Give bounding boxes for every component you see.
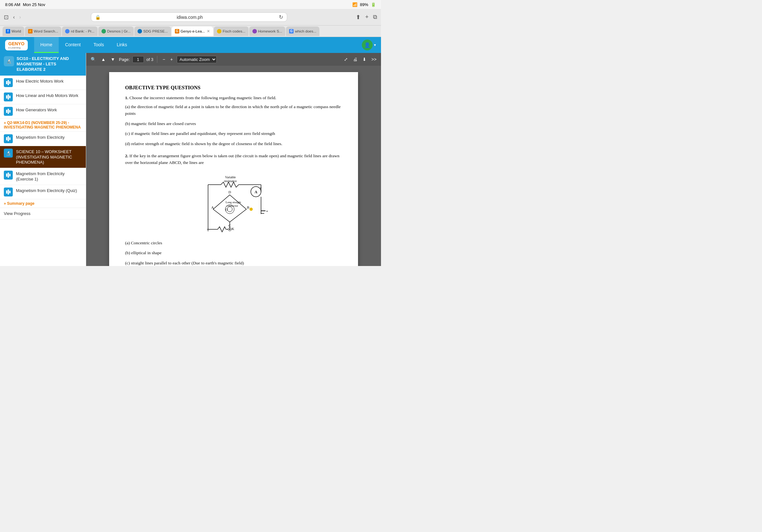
svg-point-20 <box>227 207 232 212</box>
pdf-toolbar: 🔍 ▲ ▼ Page: of 3 − + Automatic Zoom 50% … <box>86 53 381 66</box>
svg-text:Variable: Variable <box>225 175 236 179</box>
nav-home[interactable]: Home <box>34 37 59 53</box>
tab-sdg[interactable]: SDG PRESE... <box>134 27 171 36</box>
svg-text:D: D <box>228 190 231 194</box>
pdf-page-input[interactable] <box>132 56 144 63</box>
tab-icon-which: G <box>289 29 294 33</box>
tab-world[interactable]: f World <box>3 27 24 36</box>
new-tab-button[interactable]: + <box>365 14 369 21</box>
user-avatar[interactable]: 👤 <box>362 39 373 50</box>
tab-which[interactable]: G which does... <box>286 27 319 36</box>
nav-links[interactable]: Links <box>111 37 134 53</box>
sidebar-item-view-progress[interactable]: View Progress <box>0 208 86 220</box>
pdf-fullscreen-button[interactable]: ⤢ <box>343 56 349 62</box>
section-summary-header[interactable]: » Summary page <box>0 199 86 208</box>
item-icon-magnetism-quiz <box>4 187 13 196</box>
pdf-content[interactable]: OBJECTIVE TYPE QUESTIONS 1. Choose the i… <box>86 66 381 266</box>
section-investigating-header[interactable]: » Q2-WK14-D1 (NOVEMBER 25-29) - INVESTIG… <box>0 119 86 132</box>
circuit-diagram: Variable resistance A + <box>125 172 342 233</box>
main-nav: Home Content Tools Links <box>34 37 134 53</box>
item-label-view-progress: View Progress <box>4 211 31 217</box>
item-icon-electric-motors <box>4 78 13 87</box>
pdf-q2-a: (a) Concentric circles <box>125 239 342 246</box>
pdf-more-button[interactable]: >> <box>370 56 378 62</box>
item-label-magnetism-exercise: Magnetism from Electricity (Exercise 1) <box>16 170 82 182</box>
item-label-worksheet: SCIENCE 10 – WORKSHEET (INVESTIGATING MA… <box>16 149 82 166</box>
module-title: 🔬 SCI10 - ELECTRICITY AND MAGNETISM - LE… <box>4 56 82 72</box>
nav-tools[interactable]: Tools <box>87 37 111 53</box>
tab-genyo[interactable]: G Genyo e-Lea... ✕ <box>172 27 213 36</box>
pdf-search-button[interactable]: 🔍 <box>89 56 97 62</box>
tab-rdbank[interactable]: rd Bank: - Pr... <box>62 27 98 36</box>
pdf-next-result-button[interactable]: ▼ <box>110 56 116 62</box>
pdf-zoom-out-button[interactable]: − <box>161 56 166 62</box>
reload-button[interactable]: ↻ <box>279 14 283 20</box>
svg-text:resistance: resistance <box>224 179 237 183</box>
item-icon-worksheet: 🔬 <box>4 149 13 158</box>
nav-content[interactable]: Content <box>59 37 87 53</box>
pdf-area: 🔍 ▲ ▼ Page: of 3 − + Automatic Zoom 50% … <box>86 53 381 266</box>
pdf-q2-b: (b) elliptical in shape <box>125 249 342 256</box>
share-button[interactable]: ⬆ <box>356 14 360 21</box>
url-text: idiwa.com.ph <box>103 15 276 20</box>
address-bar[interactable]: 🔒 idiwa.com.ph ↻ <box>91 13 287 22</box>
pdf-right-tools: ⤢ 🖨 ⬇ >> <box>343 56 378 62</box>
tab-bar: f World ⚡ Word Search... rd Bank: - Pr..… <box>0 26 381 37</box>
pdf-q1-a: (a) the direction of magnetic field at a… <box>125 103 342 117</box>
main-layout: 🔬 SCI10 - ELECTRICITY AND MAGNETISM - LE… <box>0 53 381 266</box>
svg-text:A: A <box>255 190 258 194</box>
sidebar-item-linear-motors[interactable]: How Linear and Hub Motors Work <box>0 90 86 104</box>
sidebar-item-electric-motors[interactable]: How Electric Motors Work <box>0 76 86 90</box>
forward-button[interactable]: › <box>18 14 22 21</box>
tab-icon-desmos <box>102 29 106 33</box>
back-button[interactable]: ‹ <box>12 14 16 21</box>
sidebar: 🔬 SCI10 - ELECTRICITY AND MAGNETISM - LE… <box>0 53 86 266</box>
tab-close-genyo[interactable]: ✕ <box>207 29 210 33</box>
sidebar-module-header: 🔬 SCI10 - ELECTRICITY AND MAGNETISM - LE… <box>0 53 86 76</box>
browser-actions: ⬆ + ⧉ <box>356 14 377 21</box>
tab-icon-wordsearch: ⚡ <box>28 29 33 33</box>
tab-wordsearch[interactable]: ⚡ Word Search... <box>25 27 62 36</box>
pdf-page-total: of 3 <box>146 57 153 62</box>
pdf-page: OBJECTIVE TYPE QUESTIONS 1. Choose the i… <box>109 72 358 266</box>
tab-homework[interactable]: Homework S... <box>249 27 285 36</box>
battery-icon: 🔋 <box>371 2 376 7</box>
svg-text:conductor: conductor <box>227 204 238 207</box>
pdf-print-button[interactable]: 🖨 <box>352 56 359 62</box>
tab-label-genyo: Genyo e-Lea... <box>181 29 205 33</box>
tab-icon-rdbank <box>65 29 70 33</box>
tab-label-homework: Homework S... <box>258 29 282 33</box>
sidebar-item-magnetism-electricity[interactable]: Magnetism from Electricity <box>0 132 86 146</box>
tab-desmos[interactable]: Desmos | Gr... <box>98 27 134 36</box>
battery-percentage: 89% <box>360 2 368 7</box>
pdf-prev-result-button[interactable]: ▲ <box>100 56 107 62</box>
tabs-button[interactable]: ⧉ <box>373 14 377 21</box>
item-label-linear-motors: How Linear and Hub Motors Work <box>16 93 79 99</box>
sidebar-toggle-button[interactable]: ⊡ <box>4 14 9 21</box>
svg-text:A: A <box>211 205 214 209</box>
tab-label-world: World <box>12 29 21 33</box>
tab-icon-world: f <box>6 29 10 33</box>
tab-fisch[interactable]: Fisch codes... <box>214 27 249 36</box>
pdf-zoom-in-button[interactable]: + <box>169 56 174 62</box>
tab-icon-fisch <box>217 29 221 33</box>
sidebar-item-magnetism-exercise[interactable]: Magnetism from Electricity (Exercise 1) <box>0 168 86 185</box>
pdf-zoom-select[interactable]: Automatic Zoom 50% 75% 100% 125% 150% <box>177 56 217 63</box>
logo-sub: e-Learning <box>8 46 25 49</box>
pdf-q2-text: 2. If the key in the arrangement figure … <box>125 153 342 166</box>
pdf-download-button[interactable]: ⬇ <box>361 56 368 62</box>
svg-text:K: K <box>232 227 234 231</box>
pdf-q1-d: (d) relative strength of magnetic field … <box>125 140 342 147</box>
sidebar-item-worksheet[interactable]: 🔬 SCIENCE 10 – WORKSHEET (INVESTIGATING … <box>0 146 86 168</box>
item-icon-magnetism-exercise <box>4 170 13 179</box>
lock-icon: 🔒 <box>95 15 101 20</box>
sidebar-item-magnetism-quiz[interactable]: Magnetism from Electricity (Quiz) <box>0 185 86 199</box>
app-header: GENYO e-Learning Home Content Tools Link… <box>0 37 381 53</box>
item-icon-magnetism-electricity <box>4 134 13 143</box>
svg-text:Long straight: Long straight <box>226 201 241 204</box>
sidebar-item-generators[interactable]: How Generators Work <box>0 104 86 119</box>
address-bar-wrap: 🔒 idiwa.com.ph ↻ <box>26 13 353 22</box>
pdf-page-label: Page: <box>119 57 130 62</box>
item-icon-generators <box>4 107 13 116</box>
date: Mon 25 Nov <box>23 2 45 7</box>
